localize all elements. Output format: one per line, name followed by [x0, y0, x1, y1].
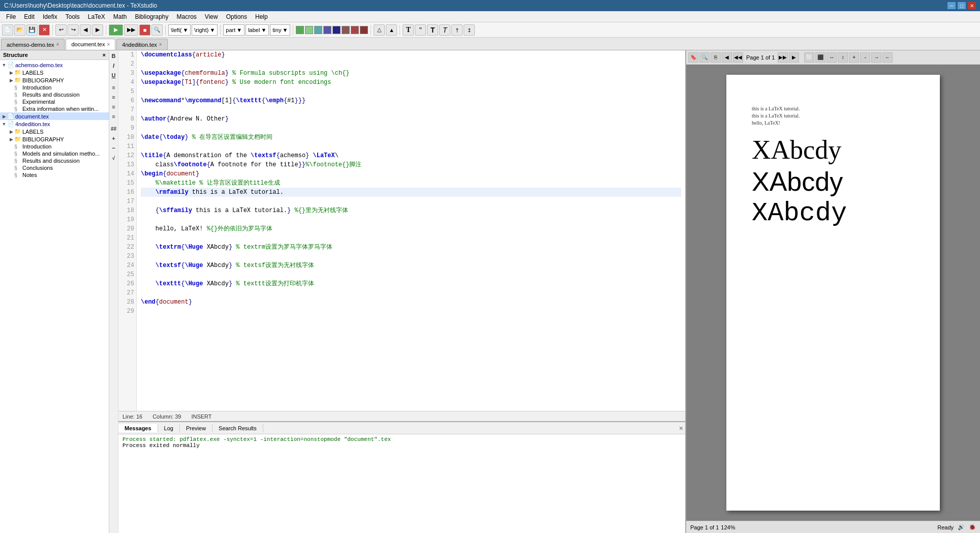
menu-macros[interactable]: Macros — [173, 12, 201, 21]
section-dropdown[interactable]: part ▼ — [223, 24, 244, 36]
code-editor[interactable]: \documentclass{article} \usepackage{chem… — [137, 50, 685, 411]
tab-4ndedition[interactable]: 4ndedition.tex × — [116, 39, 167, 50]
menu-bibliography[interactable]: Bibliography — [131, 12, 172, 21]
right-paren-arrow[interactable]: ▼ — [209, 27, 215, 33]
menu-view[interactable]: View — [201, 12, 222, 21]
bottom-tab-messages[interactable]: Messages — [118, 424, 158, 432]
text-T-serif[interactable]: T — [403, 24, 414, 36]
undo-button[interactable]: ↩ — [55, 24, 67, 36]
italic-format-button[interactable]: I — [110, 61, 118, 70]
close-button[interactable]: ✕ — [968, 2, 976, 9]
right-paren-dropdown[interactable]: \right) ▼ — [192, 24, 218, 36]
tree-item-achemso[interactable]: ▼ 📄 achemso-demo.tex — [0, 61, 109, 69]
tree-item-bib1[interactable]: ▶ 📁 BIBLIOGRAPHY — [0, 76, 109, 84]
triangle-up-fill[interactable]: ▲ — [386, 24, 397, 36]
fmt-icon3[interactable]: ≡ — [110, 102, 118, 111]
fmt-icon1[interactable]: ≡ — [110, 83, 118, 92]
fmt-icon2[interactable]: ≡ — [110, 93, 118, 102]
text-dagger[interactable]: ‡ — [464, 24, 475, 36]
tree-item-labels1[interactable]: ▶ 📁 LABELS — [0, 69, 109, 76]
bottom-tab-log[interactable]: Log — [158, 424, 180, 432]
color-green[interactable] — [296, 26, 304, 34]
color-blue[interactable] — [323, 26, 331, 34]
color-navy[interactable] — [332, 26, 341, 34]
bottom-close-button[interactable]: × — [679, 424, 683, 432]
color-teal[interactable] — [314, 26, 322, 34]
menu-latex[interactable]: LaTeX — [84, 12, 109, 21]
tree-item-results2[interactable]: ▶ § Results and discussion — [0, 157, 109, 164]
menu-tools[interactable]: Tools — [62, 12, 84, 21]
preview-nav1[interactable]: ◀ — [722, 52, 732, 63]
tree-item-conclusions[interactable]: ▶ § Conclusions — [0, 164, 109, 171]
preview-nav4[interactable]: ▶ — [789, 52, 799, 63]
preview-nav-back[interactable]: ← — [882, 52, 893, 63]
save-file-button[interactable]: 💾 — [26, 24, 38, 36]
preview-bookmark-button[interactable]: 🔖 — [688, 52, 698, 63]
tree-item-intro2[interactable]: ▶ § Introduction — [0, 143, 109, 150]
left-paren-dropdown[interactable]: \left( ▼ — [168, 24, 191, 36]
fmt-plus[interactable]: + — [110, 134, 118, 143]
tab-4ndedition-close[interactable]: × — [159, 42, 162, 47]
text-T-bold[interactable]: T — [427, 24, 438, 36]
preview-nav3[interactable]: ▶▶ — [778, 52, 788, 63]
text-quote[interactable]: " — [415, 24, 426, 36]
arrow-left-button[interactable]: ◀ — [80, 24, 91, 36]
preview-fit-width[interactable]: ↔ — [826, 52, 837, 63]
tree-item-document[interactable]: ▶ 📄 document.tex — [0, 112, 109, 120]
menu-math[interactable]: Math — [109, 12, 131, 21]
tab-achemso[interactable]: achemso-demo.tex × — [1, 39, 65, 50]
bottom-tab-preview[interactable]: Preview — [180, 424, 212, 432]
compile-forward-button[interactable]: ▶▶ — [124, 24, 138, 36]
open-file-button[interactable]: 📂 — [14, 24, 25, 36]
tree-item-4ndedition[interactable]: ▼ 📄 4ndedition.tex — [0, 120, 109, 128]
preview-nav-forward[interactable]: → — [871, 52, 881, 63]
preview-layout1[interactable]: ⬜ — [804, 52, 814, 63]
maximize-button[interactable]: □ — [958, 2, 966, 9]
fmt-minus[interactable]: − — [110, 143, 118, 153]
tab-document[interactable]: document.tex × — [66, 39, 115, 50]
fmt-sqrt[interactable]: √ — [110, 153, 118, 162]
text-cross[interactable]: † — [451, 24, 463, 36]
new-file-button[interactable]: 📄 — [2, 24, 13, 36]
preview-zoom-in[interactable]: + — [849, 52, 859, 63]
preview-nav2[interactable]: ◀◀ — [733, 52, 743, 63]
tree-item-extrainfo[interactable]: ▶ § Extra information when writin... — [0, 105, 109, 112]
tree-item-results1[interactable]: ▶ § Results and discussion — [0, 91, 109, 98]
underline-format-button[interactable]: U — [110, 71, 118, 80]
menu-options[interactable]: Options — [222, 12, 251, 21]
color-brown[interactable] — [342, 26, 350, 34]
color-red[interactable] — [351, 26, 359, 34]
preview-search-button[interactable]: 🔍 — [699, 52, 710, 63]
bold-format-button[interactable]: B — [110, 51, 118, 61]
triangle-up-outline[interactable]: △ — [374, 24, 385, 36]
text-T-italic[interactable]: T — [439, 24, 450, 36]
redo-button[interactable]: ↪ — [68, 24, 79, 36]
search-button[interactable]: 🔍 — [151, 24, 163, 36]
preview-zoom-out[interactable]: - — [860, 52, 870, 63]
preview-layout2[interactable]: ⬛ — [815, 52, 825, 63]
tree-item-notes[interactable]: ▶ § Notes — [0, 171, 109, 179]
preview-fit-page[interactable]: ↕ — [838, 52, 848, 63]
menu-help[interactable]: Help — [251, 12, 272, 21]
tree-item-intro1[interactable]: ▶ § Introduction — [0, 84, 109, 91]
preview-copy-button[interactable]: ⎘ — [711, 52, 721, 63]
tree-item-bib2[interactable]: ▶ 📁 BIBLIOGRAPHY — [0, 135, 109, 143]
tree-item-models[interactable]: ▶ § Models and simulation metho... — [0, 150, 109, 157]
tab-document-close[interactable]: × — [107, 42, 110, 47]
size-dropdown[interactable]: tiny ▼ — [270, 24, 290, 36]
structure-close-button[interactable]: × — [103, 52, 106, 58]
label-dropdown[interactable]: label ▼ — [246, 24, 269, 36]
arrow-right-button[interactable]: ▶ — [92, 24, 103, 36]
stop-button[interactable]: ■ — [139, 24, 150, 36]
fmt-icon4[interactable]: ≡ — [110, 112, 118, 121]
color-lime[interactable] — [305, 26, 313, 34]
code-area[interactable]: 12345 678910 1112131415 1617181920 21222… — [118, 50, 685, 411]
menu-idefix[interactable]: Idefix — [39, 12, 62, 21]
tree-item-labels2[interactable]: ▶ 📁 LABELS — [0, 128, 109, 135]
left-paren-arrow[interactable]: ▼ — [182, 27, 188, 33]
menu-edit[interactable]: Edit — [20, 12, 39, 21]
fmt-hash[interactable]: ## — [110, 124, 118, 133]
close-file-button[interactable]: ✕ — [39, 24, 50, 36]
menu-file[interactable]: File — [2, 12, 20, 21]
compile-button[interactable]: ▶ — [109, 24, 123, 36]
